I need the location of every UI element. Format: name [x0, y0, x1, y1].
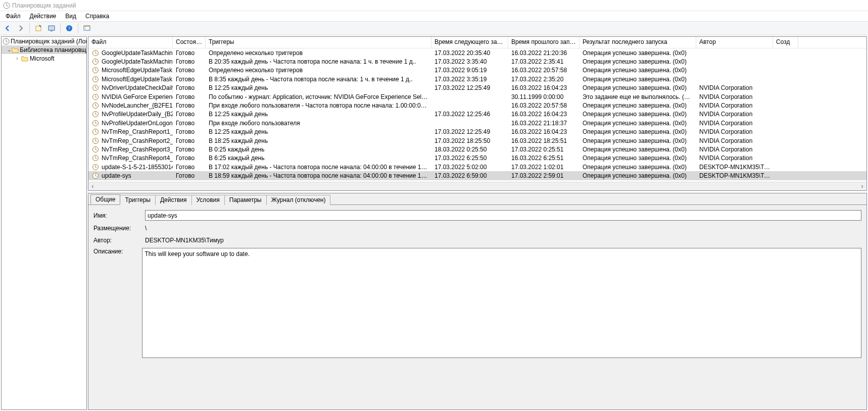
tree-root[interactable]: Планировщик заданий (Лок	[2, 37, 86, 45]
tab-settings[interactable]: Параметры	[224, 195, 267, 205]
task-row[interactable]: NvTmRep_CrashReport3_{B2...ГотовоВ 0:25 …	[88, 145, 866, 153]
col-file[interactable]: Файл	[88, 37, 173, 48]
svg-line-2	[7, 6, 8, 7]
task-next-run: 17.03.2022 12:25:49	[431, 84, 508, 91]
task-row[interactable]: NVIDIA GeForce Experience ...ГотовоПо со…	[88, 92, 866, 101]
author-value: DESKTOP-MN1KM35\Тимур	[145, 236, 224, 245]
menu-file[interactable]: Файл	[1, 12, 25, 20]
task-next-run: 17.03.2022 5:02:00	[431, 164, 508, 171]
task-name: update-sys	[102, 172, 131, 179]
task-row[interactable]: NvTmRep_CrashReport4_{B2...ГотовоВ 6:25 …	[88, 154, 866, 163]
new-task-button[interactable]	[33, 23, 44, 34]
toolbar-separator	[29, 23, 30, 33]
task-author: NVIDIA Corporation	[696, 111, 773, 118]
task-row[interactable]: MicrosoftEdgeUpdateTaskM...ГотовоВ 8:35 …	[88, 75, 866, 83]
expand-icon[interactable]: ⌄	[7, 47, 12, 53]
display-button[interactable]	[46, 23, 57, 34]
clock-icon	[91, 154, 100, 162]
task-author: NVIDIA Corporation	[696, 84, 773, 91]
tab-history[interactable]: Журнал (отключен)	[266, 195, 331, 205]
task-state: Готово	[173, 146, 206, 153]
expand-icon[interactable]: ›	[14, 56, 21, 61]
tree-library[interactable]: ⌄ Библиотека планировщ	[2, 45, 86, 54]
task-row[interactable]: GoogleUpdateTaskMachineU...ГотовоВ 20:35…	[88, 57, 866, 66]
task-next-run: 17.03.2022 6:25:50	[431, 155, 508, 162]
horizontal-scrollbar[interactable]: ‹ ›	[88, 182, 866, 190]
task-next-run: 17.03.2022 12:25:49	[431, 128, 508, 135]
task-row[interactable]: GoogleUpdateTaskMachineC...ГотовоОпредел…	[88, 48, 866, 57]
task-name: NvProfileUpdaterDaily_{B2FE...	[102, 111, 173, 118]
task-name: NVIDIA GeForce Experience ...	[102, 93, 173, 100]
task-result: Операция успешно завершена. (0x0)	[580, 76, 696, 83]
col-last-run[interactable]: Время прошлого запуска	[508, 37, 580, 48]
col-author[interactable]: Автор	[696, 37, 773, 48]
task-row[interactable]: update-S-1-5-21-1855301445...ГотовоВ 17:…	[88, 163, 866, 171]
description-textarea[interactable]	[142, 248, 861, 358]
task-state: Готово	[173, 164, 206, 171]
clock-icon	[91, 66, 100, 74]
task-name: NvTmRep_CrashReport1_{B2...	[102, 128, 173, 135]
task-last-run: 17.03.2022 2:59:01	[508, 172, 580, 179]
tab-general[interactable]: Общие	[90, 194, 120, 204]
tree-microsoft[interactable]: › Microsoft	[2, 54, 86, 63]
menu-view[interactable]: Вид	[61, 12, 81, 20]
help-button[interactable]: ?	[64, 23, 75, 34]
svg-rect-4	[49, 26, 55, 30]
col-created[interactable]: Созд	[773, 37, 798, 48]
task-state: Готово	[173, 120, 206, 127]
task-result: Операция успешно завершена. (0x0)	[580, 120, 696, 127]
scroll-right-icon[interactable]: ›	[858, 182, 866, 191]
task-name: update-S-1-5-21-1855301445...	[102, 164, 173, 171]
forward-button[interactable]	[15, 23, 26, 34]
task-last-run: 17.03.2022 2:35:20	[508, 76, 580, 83]
task-row[interactable]: MicrosoftEdgeUpdateTaskM...ГотовоОпредел…	[88, 66, 866, 75]
menu-help[interactable]: Справка	[81, 12, 114, 20]
task-trigger: В 12:25 каждый день	[206, 128, 431, 135]
task-state: Готово	[173, 155, 206, 162]
task-next-run: 17.03.2022 12:25:46	[431, 111, 508, 118]
scroll-track[interactable]	[97, 182, 858, 191]
back-button[interactable]	[2, 23, 13, 34]
app-icon	[3, 2, 10, 9]
task-row[interactable]: NvProfileUpdaterOnLogon_{...ГотовоПри вх…	[88, 119, 866, 127]
task-name: NvTmRep_CrashReport3_{B2...	[102, 146, 173, 153]
task-row[interactable]: NvProfileUpdaterDaily_{B2FE...ГотовоВ 12…	[88, 110, 866, 119]
col-next-run[interactable]: Время следующего запуска	[431, 37, 508, 48]
toolbar: ?	[0, 21, 868, 35]
task-trigger: В 18:59 каждый день - Частота повтора по…	[206, 172, 431, 179]
col-triggers[interactable]: Триггеры	[206, 37, 431, 48]
task-trigger: При входе любого пользователя	[206, 120, 431, 127]
task-result: Операция успешно завершена. (0x0)	[580, 58, 696, 65]
task-row[interactable]: NvTmRep_CrashReport2_{B2...ГотовоВ 18:25…	[88, 136, 866, 145]
scroll-left-icon[interactable]: ‹	[88, 182, 97, 191]
task-row[interactable]: update-sysГотовоВ 18:59 каждый день - Ча…	[88, 171, 866, 180]
detail-pane: Общие Триггеры Действия Условия Параметр…	[88, 193, 867, 410]
tab-actions[interactable]: Действия	[155, 195, 192, 205]
name-input[interactable]	[145, 210, 861, 221]
task-next-run: 17.03.2022 3:35:19	[431, 76, 508, 83]
task-result: Операция успешно завершена. (0x0)	[580, 102, 696, 109]
clock-icon	[91, 49, 100, 57]
task-result: Операция успешно завершена. (0x0)	[580, 111, 696, 118]
folder-icon	[12, 46, 19, 54]
location-value: \	[145, 224, 147, 233]
task-row[interactable]: NvTmRep_CrashReport1_{B2...ГотовоВ 12:25…	[88, 128, 866, 136]
task-last-run: 16.03.2022 16:04:23	[508, 84, 580, 91]
task-last-run: 16.03.2022 16:04:23	[508, 128, 580, 135]
col-last-result[interactable]: Результат последнего запуска	[580, 37, 696, 48]
tab-triggers[interactable]: Триггеры	[120, 195, 156, 205]
task-trigger: В 17:02 каждый день - Частота повтора по…	[206, 164, 431, 171]
task-last-run: 16.03.2022 20:57:58	[508, 102, 580, 109]
task-name: NvProfileUpdaterOnLogon_{...	[102, 120, 173, 127]
menu-action[interactable]: Действие	[25, 12, 61, 20]
tab-content-general: Имя: Размещение: \ Автор: DESKTOP-MN1KM3…	[88, 204, 866, 409]
task-row[interactable]: NvNodeLauncher_{B2FE1952...ГотовоПри вхо…	[88, 101, 866, 110]
task-author: NVIDIA Corporation	[696, 102, 773, 109]
tab-conditions[interactable]: Условия	[191, 195, 225, 205]
task-result: Операция успешно завершена. (0x0)	[580, 128, 696, 135]
task-result: Операция успешно завершена. (0x0)	[580, 155, 696, 162]
panel-button[interactable]	[81, 23, 92, 34]
task-state: Готово	[173, 76, 206, 83]
task-row[interactable]: NvDriverUpdateCheckDaily_{...ГотовоВ 12:…	[88, 84, 866, 92]
col-state[interactable]: Состояние	[173, 37, 206, 48]
